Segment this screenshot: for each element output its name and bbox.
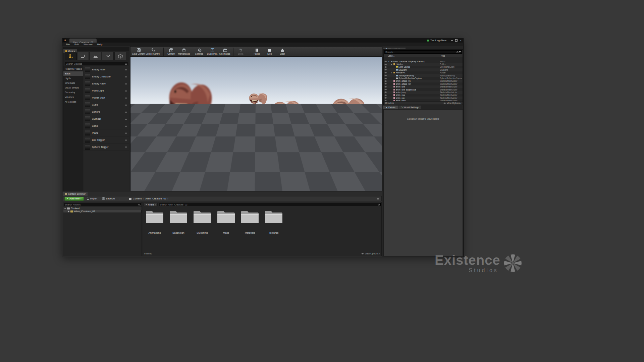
- visibility-eye-icon[interactable]: [384, 63, 388, 65]
- drag-grip-icon[interactable]: [125, 90, 127, 91]
- menu-item[interactable]: Window: [81, 43, 95, 46]
- visibility-eye-icon[interactable]: [384, 94, 388, 96]
- outliner-row[interactable]: anim_jump SkeletalMeshActor: [384, 91, 463, 94]
- paint-mode-button[interactable]: [77, 52, 89, 60]
- drag-grip-icon[interactable]: [125, 112, 127, 112]
- visibility-eye-icon[interactable]: [384, 74, 388, 76]
- outliner-row[interactable]: SkyLight SkyLight: [384, 68, 463, 71]
- expander-icon[interactable]: [391, 72, 393, 74]
- content-browser-tab[interactable]: Content Browser: [63, 192, 88, 196]
- search-assets-input[interactable]: [160, 203, 378, 206]
- settings-button[interactable]: Settings: [194, 47, 206, 56]
- category-item[interactable]: Basic: [63, 71, 83, 76]
- landscape-mode-button[interactable]: [90, 52, 101, 60]
- expander-icon[interactable]: [64, 208, 66, 209]
- visibility-eye-icon[interactable]: [384, 88, 388, 90]
- cb-view-options-button[interactable]: View Options: [361, 252, 380, 255]
- import-button[interactable]: Import: [85, 197, 99, 201]
- tree-item-alien-creature[interactable]: Alien_Creature_03: [63, 210, 142, 213]
- type-column-header[interactable]: Type: [440, 55, 463, 57]
- visibility-eye-icon[interactable]: [384, 97, 388, 99]
- build-button[interactable]: Build: [235, 47, 247, 56]
- maximize-button[interactable]: [455, 39, 458, 42]
- placeable-item[interactable]: Sphere: [84, 108, 129, 115]
- placeable-item[interactable]: Player Start: [84, 94, 129, 101]
- visibility-eye-icon[interactable]: [384, 69, 388, 71]
- drag-grip-icon[interactable]: [125, 119, 127, 119]
- outliner-row[interactable]: anim_roar SkeletalMeshActor: [384, 94, 463, 97]
- level-tab[interactable]: Alien_Creature_03: [69, 39, 97, 43]
- visibility-eye-icon[interactable]: [384, 60, 388, 62]
- pause-button[interactable]: Pause: [251, 47, 263, 56]
- place-mode-button[interactable]: [65, 52, 76, 60]
- drag-grip-icon[interactable]: [125, 126, 127, 126]
- drag-grip-icon[interactable]: [125, 83, 127, 84]
- outliner-row[interactable]: Alien_Creature_03 (Play In Editor) World: [384, 60, 463, 63]
- placeable-item[interactable]: Cone: [84, 122, 129, 129]
- placeable-item[interactable]: Box Trigger: [84, 136, 129, 143]
- placeable-item[interactable]: Plane: [84, 129, 129, 136]
- asset-folder[interactable]: Maps: [216, 210, 236, 234]
- blueprints-button[interactable]: Blueprints: [207, 47, 219, 56]
- outliner-row[interactable]: Light Source DirectionalLight: [384, 66, 463, 68]
- add-new-button[interactable]: Add New: [64, 197, 84, 201]
- placeable-item[interactable]: Point Light: [84, 87, 129, 94]
- drag-grip-icon[interactable]: [125, 133, 127, 133]
- breadcrumb-item[interactable]: Content: [133, 197, 145, 200]
- save-current-button[interactable]: Save Current: [132, 47, 145, 56]
- outliner-view-options-button[interactable]: View Options: [443, 102, 461, 104]
- placeable-item[interactable]: Empty Actor: [84, 66, 129, 73]
- outliner-row[interactable]: anim_idle SkeletalMeshActor: [384, 85, 463, 88]
- close-button[interactable]: [459, 39, 462, 42]
- outliner-row[interactable]: AtmosphericFog AtmosphericFog: [384, 74, 463, 77]
- drag-grip-icon[interactable]: [125, 98, 127, 98]
- placeable-item[interactable]: Empty Pawn: [84, 80, 129, 87]
- search-folders-input[interactable]: [65, 203, 138, 206]
- visibility-eye-icon[interactable]: [384, 66, 388, 68]
- breadcrumb-item[interactable]: Alien_Creature_03: [145, 197, 170, 200]
- placeable-item[interactable]: Empty Character: [84, 73, 129, 80]
- minimize-button[interactable]: [450, 39, 453, 42]
- outliner-row[interactable]: anim_idle_aggressive SkeletalMeshActor: [384, 88, 463, 91]
- expander-icon[interactable]: [391, 63, 393, 65]
- tree-item-content[interactable]: Content: [63, 207, 142, 210]
- forward-button[interactable]: →: [123, 197, 127, 200]
- category-item[interactable]: Geometry: [63, 90, 83, 95]
- drag-grip-icon[interactable]: [125, 140, 127, 140]
- placeable-item[interactable]: Cylinder: [84, 115, 129, 122]
- drag-grip-icon[interactable]: [125, 105, 127, 105]
- asset-folder[interactable]: Animations: [145, 210, 164, 234]
- asset-folder[interactable]: Materials: [240, 210, 260, 234]
- stop-button[interactable]: Stop: [264, 47, 276, 56]
- drag-grip-icon[interactable]: [125, 69, 127, 70]
- category-item[interactable]: Visual Effects: [63, 85, 83, 90]
- asset-folder[interactable]: Textures: [264, 210, 283, 234]
- visibility-eye-icon[interactable]: [384, 86, 388, 88]
- category-item[interactable]: Lights: [63, 76, 83, 81]
- outliner-row[interactable]: SphereReflectionCapture SphereReflection…: [384, 77, 463, 79]
- menu-item[interactable]: Help: [95, 43, 105, 46]
- visibility-eye-icon[interactable]: [384, 77, 388, 79]
- expander-icon[interactable]: [388, 60, 390, 62]
- outliner-row[interactable]: anim_attack_01 SkeletalMeshActor: [384, 80, 463, 82]
- visibility-eye-icon[interactable]: [384, 80, 388, 82]
- save-all-button[interactable]: Save All: [100, 197, 117, 201]
- source-control-button[interactable]: Source Control: [146, 47, 161, 56]
- asset-folder[interactable]: Blueprints: [193, 210, 212, 234]
- menu-item[interactable]: Edit: [72, 43, 81, 46]
- visibility-eye-icon[interactable]: [384, 72, 388, 74]
- placeable-item[interactable]: Cube: [84, 101, 129, 108]
- tab-world-settings[interactable]: World Settings: [398, 106, 421, 109]
- outliner-row[interactable]: anim_attack_02 SkeletalMeshActor: [384, 82, 463, 85]
- marketplace-button[interactable]: Marketplace: [178, 47, 190, 56]
- back-button[interactable]: ←: [118, 197, 122, 200]
- placeable-item[interactable]: Sphere Trigger: [84, 143, 129, 150]
- alien-creature-run-blurred[interactable]: [161, 71, 219, 142]
- content-button[interactable]: Content: [165, 47, 177, 56]
- outliner-row[interactable]: Lighting Folder: [384, 63, 463, 65]
- visibility-eye-icon[interactable]: [384, 91, 388, 93]
- category-item[interactable]: Cinematic: [63, 81, 83, 85]
- eject-button[interactable]: Eject: [276, 47, 288, 56]
- outliner-row[interactable]: anim_run SkeletalMeshActor: [384, 97, 463, 99]
- outliner-search-input[interactable]: [385, 51, 456, 53]
